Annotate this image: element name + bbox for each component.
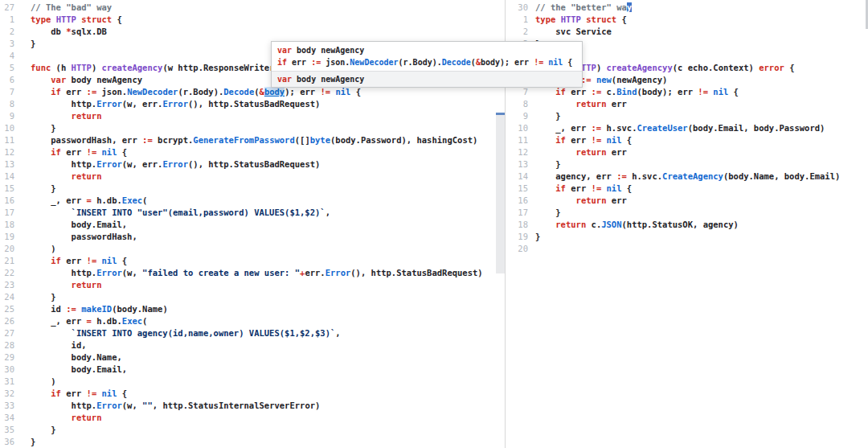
line-number[interactable]: 10 <box>0 122 14 134</box>
line-number[interactable]: 36 <box>0 436 14 448</box>
code-line[interactable]: 7 if err := json.NewDecoder(r.Body).Deco… <box>0 86 496 98</box>
code-line[interactable]: 22 http.Error(w, "failed to create a new… <box>0 267 496 279</box>
code-line[interactable]: 14 return <box>0 171 496 183</box>
code-line[interactable]: 1type HTTP struct { <box>0 14 496 26</box>
line-number[interactable]: 23 <box>0 279 14 291</box>
line-number[interactable]: 15 <box>506 183 528 195</box>
code-line[interactable]: 27 `INSERT INTO agency(id,name,owner) VA… <box>0 327 496 339</box>
code-line[interactable]: 12 return err <box>506 146 868 158</box>
code-line[interactable]: 8 http.Error(w, err.Error(), http.Status… <box>0 98 496 110</box>
code-line[interactable]: 15 } <box>0 183 496 195</box>
line-number[interactable]: 10 <box>506 122 528 134</box>
line-number[interactable]: 16 <box>0 195 14 207</box>
code-line[interactable]: 9 } <box>506 110 868 122</box>
line-number[interactable]: 34 <box>0 412 14 424</box>
line-number[interactable]: 30 <box>0 364 14 376</box>
line-number[interactable]: 27 <box>0 327 14 339</box>
line-number[interactable]: 12 <box>506 146 528 158</box>
line-number[interactable]: 24 <box>0 291 14 303</box>
code-line[interactable]: 16 _, err = h.db.Exec( <box>0 195 496 207</box>
code-line[interactable]: 11 if err != nil { <box>506 134 868 146</box>
code-line[interactable]: 18 body.Email, <box>0 219 496 231</box>
code-line[interactable]: 7 if err := c.Bind(body); err != nil { <box>506 86 868 98</box>
line-number[interactable]: 17 <box>0 207 14 219</box>
code-line[interactable]: 20 <box>506 243 868 255</box>
line-number[interactable]: 17 <box>506 207 528 219</box>
line-number[interactable]: 2 <box>0 26 14 38</box>
code-line[interactable]: 23 return <box>0 279 496 291</box>
code-line[interactable]: 31 ) <box>0 376 496 388</box>
line-number[interactable]: 35 <box>0 424 14 436</box>
line-number[interactable]: 11 <box>506 134 528 146</box>
line-number[interactable]: 11 <box>0 134 14 146</box>
line-number[interactable]: 9 <box>506 110 528 122</box>
left-editor-scrollbar-thumb[interactable] <box>496 115 505 273</box>
line-number[interactable]: 18 <box>0 219 14 231</box>
code-line[interactable]: 12 if err != nil { <box>0 146 496 158</box>
line-number[interactable]: 8 <box>0 98 14 110</box>
line-number[interactable]: 25 <box>0 303 14 315</box>
code-line[interactable]: 33 http.Error(w, "", http.StatusInternal… <box>0 400 496 412</box>
line-number[interactable]: 7 <box>0 86 14 98</box>
code-line[interactable]: 25 id := makeID(body.Name) <box>0 303 496 315</box>
code-line[interactable]: 17 `INSERT INTO "user"(email,password) V… <box>0 207 496 219</box>
code-line[interactable]: 24 } <box>0 291 496 303</box>
code-line[interactable]: 16 return err <box>506 195 868 207</box>
code-line[interactable]: 11 passwordHash, err := bcrypt.GenerateF… <box>0 134 496 146</box>
line-number[interactable]: 6 <box>0 74 14 86</box>
line-number[interactable]: 30 <box>506 2 528 14</box>
line-number[interactable]: 27 <box>0 2 14 14</box>
code-line[interactable]: 36} <box>0 436 496 448</box>
line-number[interactable]: 28 <box>0 339 14 351</box>
hover-link-token[interactable]: body <box>264 87 285 97</box>
code-line[interactable]: 2 db *sqlx.DB <box>0 26 496 38</box>
line-number[interactable]: 16 <box>506 195 528 207</box>
code-line[interactable]: 26 _, err = h.db.Exec( <box>0 315 496 327</box>
line-number[interactable]: 26 <box>0 315 14 327</box>
code-line[interactable]: 15 if err != nil { <box>506 183 868 195</box>
code-line[interactable]: 13 http.Error(w, err.Error(), http.Statu… <box>0 158 496 171</box>
code-line[interactable]: 17 } <box>506 207 868 219</box>
line-number[interactable]: 12 <box>0 146 14 158</box>
code-line[interactable]: 10 _, err := h.svc.CreateUser(body.Email… <box>506 122 868 134</box>
line-number[interactable]: 14 <box>0 171 14 183</box>
line-number[interactable]: 31 <box>0 376 14 388</box>
code-line[interactable]: 1type HTTP struct { <box>506 14 868 26</box>
code-line[interactable]: 21 if err != nil { <box>0 255 496 267</box>
line-number[interactable]: 21 <box>0 255 14 267</box>
code-line[interactable]: 14 agency, err := h.svc.CreateAgency(bod… <box>506 171 868 183</box>
code-line[interactable]: 28 id, <box>0 339 496 351</box>
line-number[interactable]: 22 <box>0 267 14 279</box>
code-line[interactable]: 18 return c.JSON(http.StatusOK, agency) <box>506 219 868 231</box>
line-number[interactable]: 7 <box>506 86 528 98</box>
line-number[interactable]: 29 <box>0 351 14 364</box>
line-number[interactable]: 19 <box>506 231 528 243</box>
line-number[interactable]: 8 <box>506 98 528 110</box>
line-number[interactable]: 33 <box>0 400 14 412</box>
code-line[interactable]: 8 return err <box>506 98 868 110</box>
line-number[interactable]: 3 <box>0 38 14 50</box>
code-line[interactable]: 19} <box>506 231 868 243</box>
line-number[interactable]: 20 <box>0 243 14 255</box>
line-number[interactable]: 32 <box>0 388 14 400</box>
code-line[interactable]: 30 body.Email, <box>0 364 496 376</box>
code-line[interactable]: 19 passwordHash, <box>0 231 496 243</box>
line-number[interactable]: 2 <box>506 26 528 38</box>
code-line[interactable]: 29 body.Name, <box>0 351 496 364</box>
code-line[interactable]: 34 return <box>0 412 496 424</box>
code-line[interactable]: 13 } <box>506 158 868 171</box>
line-number[interactable]: 20 <box>506 243 528 255</box>
code-line[interactable]: 10 } <box>0 122 496 134</box>
line-number[interactable]: 9 <box>0 110 14 122</box>
line-number[interactable]: 13 <box>506 158 528 171</box>
code-line[interactable]: 20 ) <box>0 243 496 255</box>
line-number[interactable]: 5 <box>0 62 14 74</box>
code-line[interactable]: 32 if err != nil { <box>0 388 496 400</box>
code-line[interactable]: 30// the "better" way <box>506 2 868 14</box>
line-number[interactable]: 18 <box>506 219 528 231</box>
line-number[interactable]: 15 <box>0 183 14 195</box>
code-line[interactable]: 27// The "bad" way <box>0 2 496 14</box>
code-line[interactable]: 35 } <box>0 424 496 436</box>
line-number[interactable]: 14 <box>506 171 528 183</box>
line-number[interactable]: 1 <box>0 14 14 26</box>
